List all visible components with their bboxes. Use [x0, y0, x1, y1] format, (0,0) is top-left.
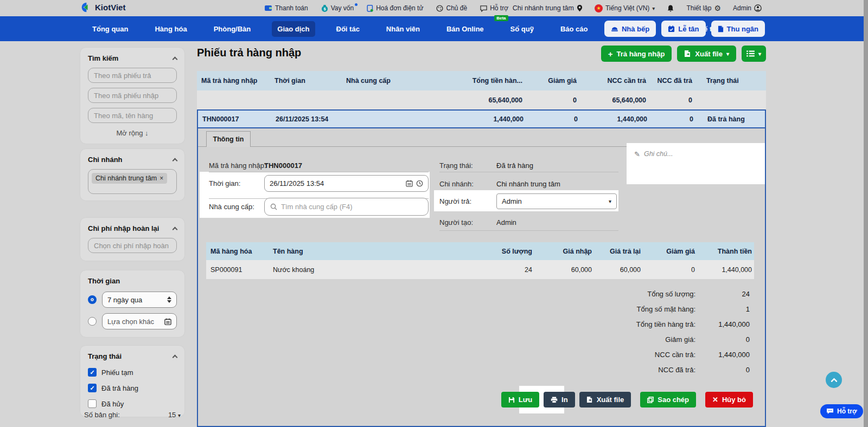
cashier-button[interactable]: Thu ngân: [711, 21, 765, 37]
new-return-button[interactable]: + Trả hàng nhập: [601, 46, 672, 62]
collapse-chevron-icon[interactable]: [173, 56, 178, 62]
refund-cost-input[interactable]: [88, 238, 177, 253]
checkbox-checked-icon[interactable]: ✓: [88, 368, 97, 377]
nav-item-doi-tac[interactable]: Đối tác: [331, 21, 365, 37]
supplier-field[interactable]: [264, 198, 429, 216]
total-discount-row: Giảm giá: 0: [636, 334, 750, 345]
user-menu[interactable]: Admin: [733, 4, 762, 12]
topbar-item-einvoice[interactable]: Hoá đơn điện tử: [367, 4, 423, 12]
chevron-down-icon: ▾: [726, 51, 729, 57]
time-custom-picker[interactable]: Lựa chọn khác: [102, 313, 177, 329]
export-file-button[interactable]: Xuất file ▾: [677, 46, 736, 62]
divider: [439, 230, 618, 231]
time-label: Thời gian:: [209, 179, 240, 187]
summary-row: 65,640,000 0 65,640,000 0: [197, 90, 766, 109]
pcol-return-price: Giá trả lại: [594, 248, 643, 255]
col-header-supplier[interactable]: Nhà cung cấp: [342, 77, 437, 85]
nav-item-ban-online[interactable]: Bán Online: [441, 21, 489, 37]
nav-item-tong-quan[interactable]: Tổng quan: [87, 21, 133, 37]
nav-item-phong-ban[interactable]: Phòng/Bàn: [208, 21, 257, 37]
settings-link[interactable]: Thiết lập ⚙: [686, 4, 721, 12]
status-option-cancelled[interactable]: Đã hủy: [88, 399, 177, 408]
brand-name: KiotViet: [95, 3, 125, 12]
col-header-discount[interactable]: Giảm giá: [524, 77, 578, 85]
nav-item-nhan-vien[interactable]: Nhân viên: [381, 21, 425, 37]
notifications-bell[interactable]: [667, 4, 674, 12]
status-option-draft[interactable]: ✓ Phiếu tạm: [88, 368, 177, 377]
time-field[interactable]: [264, 175, 429, 192]
nav-item-so-quy[interactable]: Sổ quỹ: [505, 21, 539, 37]
col-header-time[interactable]: Thời gian: [270, 77, 342, 85]
moneybag-icon: $: [321, 5, 328, 12]
cloche-icon: [611, 25, 618, 32]
nav-item-hang-hoa[interactable]: Hàng hóa: [149, 21, 192, 37]
search-card-title: Tìm kiếm: [88, 54, 118, 62]
language-selector[interactable]: ★ Tiếng Việt (VN) ▾: [595, 4, 655, 12]
nav-item-giao-dich[interactable]: Giao dịch: [272, 21, 315, 37]
cancel-button[interactable]: ✕ Hủy bỏ: [705, 392, 753, 407]
pcol-discount: Giảm giá: [643, 248, 697, 255]
records-select[interactable]: 15 ▾: [168, 411, 181, 419]
branch-selector[interactable]: Chi nhánh trung tâm: [513, 4, 583, 12]
branch-tag: Chi nhánh trung tâm ×: [92, 173, 167, 184]
remove-tag-icon[interactable]: ×: [159, 174, 163, 182]
returner-label: Người trả:: [439, 197, 471, 205]
checkbox-unchecked-icon[interactable]: [88, 399, 97, 408]
returner-dropdown[interactable]: Admin ▾: [496, 193, 617, 209]
collapse-chevron-icon[interactable]: [173, 354, 178, 360]
checkbox-checked-icon[interactable]: ✓: [88, 384, 97, 392]
time-custom-radio[interactable]: [88, 317, 97, 326]
nav-item-bao-cao[interactable]: Báo cáo: [555, 21, 593, 37]
col-header-total[interactable]: Tổng tiền hàn...: [437, 77, 524, 85]
topbar-item-support[interactable]: Hỗ trợ Beta: [480, 4, 508, 12]
expand-search-link[interactable]: Mở rộng ↓: [88, 129, 177, 137]
product-row[interactable]: SP000091 Nước khoáng 24 60,000 60,000 0 …: [206, 260, 754, 279]
search-item-input[interactable]: [88, 108, 177, 123]
time-preset-radio[interactable]: [88, 295, 97, 304]
topbar-item-loan[interactable]: $ Vay vốn: [321, 4, 354, 12]
export-detail-button[interactable]: Xuất file: [579, 392, 631, 407]
col-header-payable[interactable]: NCC cần trả: [578, 77, 647, 85]
branch-multiselect[interactable]: Chi nhánh trung tâm ×: [88, 169, 177, 194]
pcol-amount: Thành tiền: [697, 248, 754, 255]
search-return-code-input[interactable]: [88, 68, 177, 83]
time-preset-select[interactable]: 7 ngày qua: [102, 292, 177, 308]
app-window: KiotViet Thanh toán $ Vay vốn Hoá đ: [0, 0, 868, 427]
topbar-item-theme[interactable]: Chủ đề: [436, 4, 467, 12]
col-header-code[interactable]: Mã trả hàng nhập: [197, 77, 270, 85]
chevron-down-icon: ▾: [609, 198, 611, 204]
status-option-returned[interactable]: ✓ Đã trả hàng: [88, 384, 177, 392]
table-row[interactable]: THN000017 26/11/2025 13:54 1,440,000 0 1…: [198, 111, 765, 128]
time-input[interactable]: [270, 179, 403, 187]
scroll-to-top-button[interactable]: [826, 372, 842, 388]
search-purchase-code-input[interactable]: [88, 88, 177, 103]
collapse-chevron-icon[interactable]: [173, 158, 178, 163]
vn-flag-icon: ★: [595, 4, 603, 12]
notification-dot: [355, 3, 358, 6]
export-file-icon: [684, 50, 691, 57]
copy-button[interactable]: Sao chép: [640, 392, 696, 407]
note-field[interactable]: ✎ Ghi chú...: [627, 143, 765, 184]
support-float-button[interactable]: Hỗ trợ: [820, 404, 863, 418]
row-time: 26/11/2025 13:54: [271, 115, 343, 123]
vertical-scrollbar[interactable]: [864, 0, 868, 427]
kitchen-button[interactable]: Nhà bếp: [604, 21, 656, 37]
supplier-search-input[interactable]: [281, 203, 423, 211]
col-header-paid[interactable]: NCC đã trả: [647, 77, 693, 85]
column-settings-button[interactable]: ▾: [742, 46, 766, 62]
save-button[interactable]: Lưu: [501, 392, 539, 407]
totals-block: Tổng số lượng: 24 Tổng số mặt hàng: 1 Tổ…: [636, 288, 750, 375]
reception-button[interactable]: Lễ tân: [661, 21, 705, 37]
tab-thong-tin[interactable]: Thông tin: [206, 131, 251, 147]
save-icon: [508, 397, 515, 403]
filter-sidebar: Tìm kiếm Mở rộng ↓ Chi nhánh Chi nhánh t…: [80, 48, 184, 417]
wallet-icon: [265, 5, 272, 11]
col-header-status[interactable]: Trạng thái: [693, 77, 766, 85]
kiotviet-logo[interactable]: KiotViet: [80, 2, 125, 13]
chat-bubble-icon: [826, 408, 834, 415]
returns-table: Mã trả hàng nhập Thời gian Nhà cung cấp …: [197, 71, 766, 427]
print-button[interactable]: In: [544, 392, 575, 407]
topbar-item-payment[interactable]: Thanh toán: [265, 4, 308, 12]
collapse-chevron-icon[interactable]: [173, 227, 178, 232]
arrow-down-icon: ↓: [145, 129, 149, 137]
